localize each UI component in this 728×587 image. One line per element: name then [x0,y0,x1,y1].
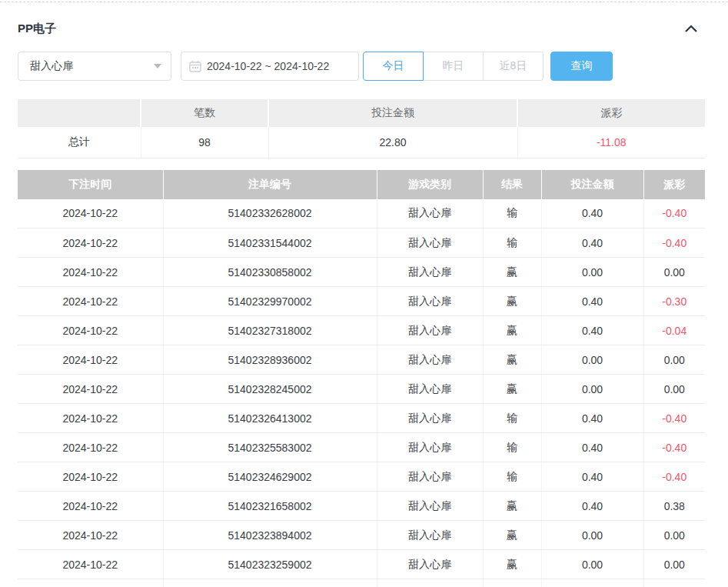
bet-time-cell: 2024-10-22 [18,258,163,287]
payout-cell [643,579,705,587]
date-range-input[interactable]: 2024-10-22 ~ 2024-10-22 [181,52,359,81]
order-id-cell [163,579,377,587]
bet-amount-cell: 0.40 [541,492,643,521]
column-header-payout: 派彩 [643,170,705,199]
query-button[interactable]: 查询 [550,52,613,81]
payout-cell: 0.00 [643,550,705,579]
yesterday-button[interactable]: 昨日 [423,52,484,81]
collapse-panel-button[interactable] [683,21,699,36]
column-header-bet-time: 下注时间 [18,170,163,199]
summary-table: 笔数 投注金额 派彩 总计 98 22.80 -11.08 [18,99,705,158]
column-header-bet-amount: 投注金额 [541,170,643,199]
order-id-cell: 51402324629002 [163,462,377,492]
payout-cell: -0.40 [643,433,705,462]
bet-amount-cell: 0.40 [541,462,643,492]
bet-time-cell: 2024-10-22 [18,228,163,258]
result-cell: 输 [483,404,541,433]
table-row: 2024-10-2251402328245002甜入心扉赢0.000.00 [18,375,705,404]
bet-amount-cell: 0.40 [541,404,643,433]
game-type-cell: 甜入心扉 [377,492,483,521]
bet-amount-cell: 0.40 [541,287,643,316]
game-type-cell: 甜入心扉 [377,579,483,587]
top-dashed-divider [0,2,728,2]
table-row: 2024-10-2251402328936002甜入心扉赢0.000.00 [18,345,705,375]
result-cell: 输 [483,228,541,258]
bet-amount-cell: 0.40 [541,316,643,345]
game-type-cell: 甜入心扉 [377,228,483,258]
panel-header: PP电子 [18,21,705,36]
last-8-days-button[interactable]: 近8日 [483,52,544,81]
result-cell: 赢 [483,492,541,521]
order-id-cell: 51402325583002 [163,433,377,462]
summary-payout-value: -11.08 [517,127,705,158]
date-range-value: 2024-10-22 ~ 2024-10-22 [207,60,329,72]
result-cell: 赢 [483,287,541,316]
order-id-cell: 51402328245002 [163,375,377,404]
result-cell: 输 [483,433,541,462]
order-id-cell: 51402329970002 [163,287,377,316]
game-select[interactable]: 甜入心扉 [18,52,171,81]
bet-time-cell: 2024-10-22 [18,462,163,492]
column-header-game-type: 游戏类别 [377,170,483,199]
summary-header-payout: 派彩 [517,99,705,127]
today-button[interactable]: 今日 [363,52,424,81]
payout-cell: 0.00 [643,345,705,375]
summary-bet-amount-value: 22.80 [268,127,517,158]
table-row: 2024-10-2251402329970002甜入心扉赢0.40-0.30 [18,287,705,316]
payout-cell: 0.38 [643,492,705,521]
table-row: 2024-10-2251402323894002甜入心扉赢0.000.00 [18,521,705,550]
result-cell: 赢 [483,375,541,404]
table-row: 2024-10-2251402332628002甜入心扉输0.40-0.40 [18,199,705,228]
result-cell: 赢 [483,258,541,287]
bets-header-row: 下注时间注单编号游戏类别结果投注金额派彩 [18,170,705,199]
order-id-cell: 51402323894002 [163,521,377,550]
result-cell: 输 [483,462,541,492]
page-title: PP电子 [18,22,56,36]
bet-time-cell: 2024-10-22 [18,199,163,228]
game-type-cell: 甜入心扉 [377,521,483,550]
bet-amount-cell: 0.00 [541,550,643,579]
table-row: 甜入心扉赢 [18,579,705,587]
payout-cell: -0.30 [643,287,705,316]
summary-header-row: 笔数 投注金额 派彩 [18,99,705,127]
game-type-cell: 甜入心扉 [377,258,483,287]
result-cell: 赢 [483,316,541,345]
filter-bar: 甜入心扉 2024-10-22 ~ 2024-10-22 今日 昨日 近8日 [18,52,705,81]
table-row: 2024-10-2251402324629002甜入心扉输0.40-0.40 [18,462,705,492]
bet-amount-cell [541,579,643,587]
summary-header-count: 笔数 [141,99,268,127]
order-id-cell: 51402327318002 [163,316,377,345]
order-id-cell: 51402326413002 [163,404,377,433]
table-row: 2024-10-2251402331544002甜入心扉输0.40-0.40 [18,228,705,258]
bet-time-cell: 2024-10-22 [18,345,163,375]
table-row: 2024-10-2251402321658002甜入心扉赢0.400.38 [18,492,705,521]
payout-cell: -0.40 [643,462,705,492]
table-row: 2024-10-2251402323259002甜入心扉赢0.000.00 [18,550,705,579]
bet-time-cell [18,579,163,587]
quick-date-button-group: 今日 昨日 近8日 [363,52,544,81]
bet-time-cell: 2024-10-22 [18,375,163,404]
bet-amount-cell: 0.40 [541,433,643,462]
bets-table-body: 2024-10-2251402332628002甜入心扉输0.40-0.4020… [18,199,705,587]
table-row: 2024-10-2251402327318002甜入心扉赢0.40-0.04 [18,316,705,345]
game-select-value: 甜入心扉 [30,59,73,73]
table-row: 2024-10-2251402326413002甜入心扉输0.40-0.40 [18,404,705,433]
game-type-cell: 甜入心扉 [377,345,483,375]
order-id-cell: 51402332628002 [163,199,377,228]
game-type-cell: 甜入心扉 [377,404,483,433]
game-type-cell: 甜入心扉 [377,287,483,316]
result-cell: 赢 [483,345,541,375]
column-header-result: 结果 [483,170,541,199]
summary-total-label: 总计 [18,127,141,158]
bet-amount-cell: 0.40 [541,199,643,228]
chevron-up-icon [685,25,697,32]
game-type-cell: 甜入心扉 [377,199,483,228]
order-id-cell: 51402331544002 [163,228,377,258]
payout-cell: 0.00 [643,375,705,404]
bet-time-cell: 2024-10-22 [18,287,163,316]
game-type-cell: 甜入心扉 [377,462,483,492]
summary-header-blank [18,99,141,127]
calendar-icon [189,60,201,72]
payout-cell: -0.04 [643,316,705,345]
caret-down-icon [154,64,161,68]
